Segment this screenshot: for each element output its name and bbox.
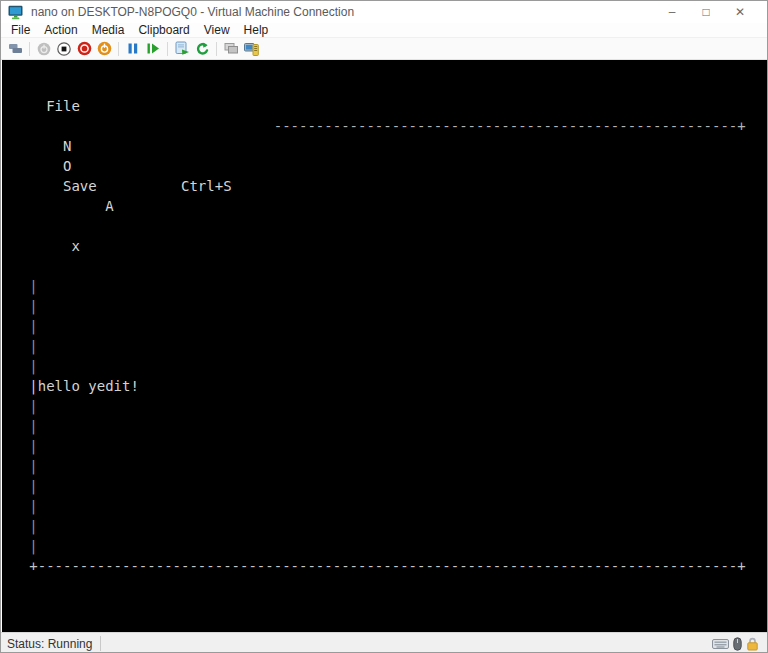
console-line: | (4, 436, 746, 456)
console-line: | (4, 536, 746, 556)
statusbar-separator (100, 636, 101, 651)
console-line: ----------------------------------------… (4, 116, 746, 136)
menu-help[interactable]: Help (237, 23, 276, 37)
share-icon[interactable] (222, 41, 240, 57)
console-line: | (4, 396, 746, 416)
status-text: Status: Running (7, 637, 92, 651)
console-line: | (4, 496, 746, 516)
statusbar-icons (712, 637, 759, 651)
window-controls: – □ ✕ (655, 1, 757, 23)
statusbar: Status: Running (1, 632, 767, 653)
toolbar-separator (118, 42, 119, 56)
console-line: | (4, 456, 746, 476)
console-line: | (4, 276, 746, 296)
menu-action[interactable]: Action (37, 23, 84, 37)
close-button[interactable]: ✕ (723, 1, 757, 23)
toolbar (1, 38, 767, 60)
turn-off-icon[interactable] (55, 41, 73, 57)
titlebar: nano on DESKTOP-N8POGQ0 - Virtual Machin… (1, 1, 767, 23)
checkpoint-icon[interactable] (173, 41, 191, 57)
console-line: | (4, 296, 746, 316)
console-line: +---------------------------------------… (4, 556, 746, 576)
menu-file[interactable]: File (4, 23, 37, 37)
console-line: File (4, 96, 746, 116)
save-state-icon[interactable] (95, 41, 113, 57)
console-line: Save Ctrl+S (4, 176, 746, 196)
menubar: File Action Media Clipboard View Help (1, 23, 767, 38)
console-line: x (4, 236, 746, 256)
pause-icon[interactable] (124, 41, 142, 57)
console-text: File -----------------------------------… (4, 60, 746, 576)
menu-view[interactable]: View (197, 23, 237, 37)
console-line (4, 256, 746, 276)
menu-media[interactable]: Media (85, 23, 132, 37)
console-line: O (4, 156, 746, 176)
console-line: | (4, 516, 746, 536)
vm-console-screen[interactable]: File -----------------------------------… (2, 60, 768, 632)
minimize-button[interactable]: – (655, 1, 689, 23)
mouse-icon (733, 637, 742, 651)
revert-icon[interactable] (193, 41, 211, 57)
hyperv-logo-icon (8, 5, 24, 20)
toolbar-separator (216, 42, 217, 56)
reset-icon[interactable] (144, 41, 162, 57)
console-line: | (4, 416, 746, 436)
menu-clipboard[interactable]: Clipboard (131, 23, 196, 37)
start-icon[interactable] (35, 41, 53, 57)
enhanced-session-icon[interactable] (242, 41, 260, 57)
ctrl-alt-del-icon[interactable] (6, 41, 24, 57)
console-line: | (4, 316, 746, 336)
maximize-button[interactable]: □ (689, 1, 723, 23)
lock-icon (746, 637, 759, 651)
vm-connection-window: nano on DESKTOP-N8POGQ0 - Virtual Machin… (0, 0, 768, 653)
shut-down-icon[interactable] (75, 41, 93, 57)
console-line (4, 216, 746, 236)
console-line: A (4, 196, 746, 216)
toolbar-separator (167, 42, 168, 56)
console-line: | (4, 356, 746, 376)
console-line (4, 76, 746, 96)
console-line: | (4, 336, 746, 356)
console-line: N (4, 136, 746, 156)
window-title: nano on DESKTOP-N8POGQ0 - Virtual Machin… (31, 5, 655, 19)
console-line: |hello yedit! (4, 376, 746, 396)
keyboard-icon (712, 638, 729, 650)
console-line: | (4, 476, 746, 496)
toolbar-separator (29, 42, 30, 56)
console-line (4, 60, 746, 76)
